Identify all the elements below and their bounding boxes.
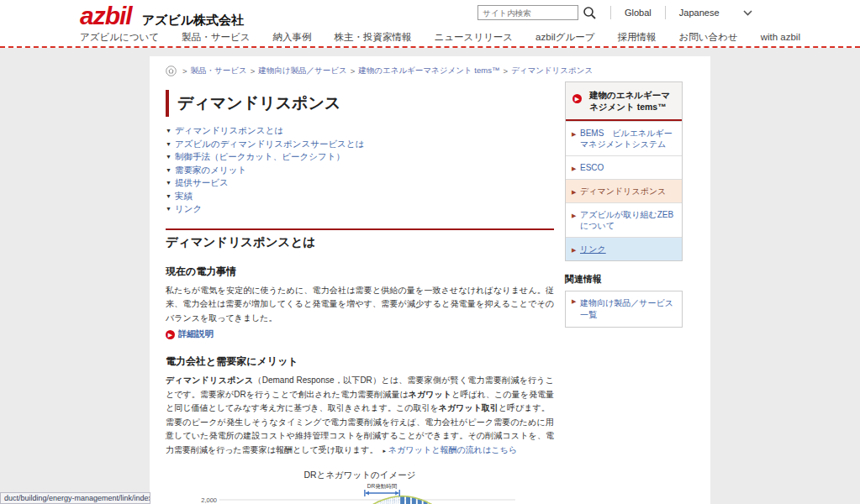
sidebar-item-label: ディマンドリスポンス — [580, 186, 666, 196]
sidebar-item[interactable]: ▶リンク — [566, 237, 682, 260]
divider — [665, 6, 666, 19]
paragraph-negawatt: 需要のピークが発生しそうなタイミングで電力需要削減を行えば、電力会社がピーク需要… — [166, 416, 554, 459]
sidebar-item[interactable]: ▶アズビルが取り組むZEBについて — [566, 202, 682, 237]
down-arrow-icon: ▼ — [166, 206, 171, 212]
subsection-heading-merit: 電力会社と需要家にメリット — [166, 354, 554, 369]
subsection-heading-power: 現在の電力事情 — [166, 265, 554, 279]
breadcrumb-link[interactable]: ディマンドリスポンス — [511, 66, 593, 76]
search-icon[interactable] — [583, 6, 597, 20]
main-column: ディマンドリスポンス ▼ディマンドリスポンスとは▼アズビルのディマンドリスポンス… — [166, 85, 554, 504]
demand-chart-block: DRとネガワットのイメージ 2,0001,500DR発動時間 — [166, 470, 554, 504]
related-link-label: 建物向け製品／サービス一覧 — [580, 298, 673, 319]
small-arrow-icon: ▶ — [572, 298, 576, 305]
paragraph-segment: と呼びます。 — [499, 403, 550, 412]
paragraph-current-power: 私たちが電気を安定的に使うために、電力会社は需要と供給の量を一致させなければなり… — [166, 284, 554, 326]
search-input[interactable] — [477, 5, 578, 20]
azbil-logo[interactable]: azbil — [80, 2, 132, 30]
paragraph-segment: ネガワット — [409, 390, 451, 399]
top-bar: azbil アズビル株式会社 Global Japanese — [0, 0, 860, 27]
nav-item[interactable]: 製品・サービス — [182, 31, 250, 44]
section-divider — [166, 228, 554, 230]
nav-item[interactable]: アズビルについて — [80, 31, 159, 44]
toc-item: ▼提供サービス — [166, 176, 554, 190]
category-title: 建物のエネルギーマネジメント tems™ — [589, 89, 675, 113]
detail-link[interactable]: 詳細説明 — [178, 328, 214, 340]
status-bar-url: duct/building/energy-management/link/ind… — [0, 492, 150, 504]
breadcrumb-link[interactable]: 建物向け製品／サービス — [258, 66, 346, 76]
toc-link[interactable]: アズビルのディマンドリスポンスサービスとは — [175, 139, 364, 149]
down-arrow-icon: ▼ — [166, 180, 171, 186]
site-header: azbil アズビル株式会社 Global Japanese アズビルについて製… — [0, 0, 860, 48]
section-heading: ディマンドリスポンスとは — [166, 234, 554, 250]
paragraph-segment: ネガワット取引 — [439, 403, 499, 412]
breadcrumb-separator: > — [182, 66, 187, 76]
small-arrow-icon: ▶ — [572, 163, 576, 174]
breadcrumb-link[interactable]: 製品・サービス — [191, 66, 247, 76]
related-heading: 関連情報 — [565, 273, 683, 286]
nav-item[interactable]: ニュースリリース — [434, 31, 513, 44]
language-label: Japanese — [679, 8, 720, 18]
down-arrow-icon: ▼ — [166, 128, 171, 134]
sidebar-item[interactable]: ▶ESCO — [566, 155, 682, 179]
global-link[interactable]: Global — [625, 8, 652, 18]
detail-link-row: ▶ 詳細説明 — [166, 328, 554, 340]
breadcrumb-separator: > — [503, 66, 508, 76]
category-items: ▶BEMS ビルエネルギーマネジメントシステム▶ESCO▶ディマンドリスポンス▶… — [566, 121, 682, 260]
toc-item: ▼制御手法（ピークカット、ピークシフト） — [166, 150, 554, 164]
breadcrumb-link[interactable]: 建物のエネルギーマネジメント tems™ — [358, 66, 499, 76]
sidebar-item-label: ESCO — [580, 163, 604, 172]
nav-item[interactable]: お問い合わせ — [679, 31, 738, 44]
chart-title: DRとネガワットのイメージ — [166, 470, 554, 481]
red-arrow-icon: ▶ — [166, 330, 175, 339]
logo-link[interactable]: azbil アズビル株式会社 — [80, 2, 244, 30]
nav-item[interactable]: 納入事例 — [272, 31, 311, 44]
related-box: ▶建物向け製品／サービス一覧 — [565, 291, 683, 328]
small-arrow-icon: ▶ — [572, 244, 576, 255]
paragraph-segment: ディマンドリスポンス — [166, 375, 254, 385]
paragraph-dr-merit: ディマンドリスポンス（Demand Response，以下DR）とは、需要家側が… — [166, 374, 554, 416]
toc-link[interactable]: ディマンドリスポンスとは — [175, 125, 283, 135]
toc-item: ▼リンク — [166, 202, 554, 216]
home-icon[interactable] — [166, 66, 177, 76]
small-arrow-icon: ▸ — [383, 448, 387, 454]
sidebar: ▶ 建物のエネルギーマネジメント tems™ ▶BEMS ビルエネルギーマネジメ… — [565, 81, 683, 328]
toc-link[interactable]: 提供サービス — [175, 177, 229, 187]
company-name: アズビル株式会社 — [142, 13, 244, 29]
nav-item[interactable]: with azbil — [761, 32, 800, 42]
language-selector[interactable]: Japanese — [679, 8, 752, 18]
small-arrow-icon: ▶ — [572, 186, 576, 197]
category-box: ▶ 建物のエネルギーマネジメント tems™ ▶BEMS ビルエネルギーマネジメ… — [565, 81, 683, 261]
sidebar-item[interactable]: ▶ディマンドリスポンス — [566, 179, 682, 202]
sidebar-item-label: BEMS ビルエネルギーマネジメントシステム — [580, 129, 673, 149]
sidebar-item-label: リンク — [580, 244, 606, 254]
category-header[interactable]: ▶ 建物のエネルギーマネジメント tems™ — [566, 82, 682, 121]
toc-link[interactable]: 実績 — [175, 191, 193, 201]
chart-annotation: DR発動時間 — [367, 483, 397, 490]
down-arrow-icon: ▼ — [166, 193, 171, 199]
toc-link[interactable]: 需要家のメリット — [175, 165, 246, 175]
dr-negawatt-chart: 2,0001,500DR発動時間 — [196, 483, 524, 504]
sidebar-item[interactable]: ▶BEMS ビルエネルギーマネジメントシステム — [566, 121, 682, 155]
toc-link[interactable]: リンク — [175, 203, 202, 213]
breadcrumb-separator: > — [251, 66, 256, 76]
toc-item: ▼実績 — [166, 190, 554, 203]
down-arrow-icon: ▼ — [166, 154, 171, 160]
breadcrumb: >製品・サービス>建物向け製品／サービス>建物のエネルギーマネジメント tems… — [166, 66, 593, 76]
nav-item[interactable]: azbilグループ — [536, 31, 594, 44]
nav-item[interactable]: 株主・投資家情報 — [334, 31, 411, 44]
related-link[interactable]: ▶建物向け製品／サービス一覧 — [566, 291, 682, 327]
divider — [610, 6, 611, 19]
page-title: ディマンドリスポンス — [166, 90, 554, 117]
toc-item: ▼ディマンドリスポンスとは — [166, 124, 554, 138]
negawatt-flow-link[interactable]: ネガワットと報酬の流れはこちら — [388, 445, 517, 454]
header-utility: Global Japanese — [477, 5, 752, 20]
toc-link[interactable]: 制御手法（ピークカット、ピークシフト） — [175, 151, 345, 161]
down-arrow-icon: ▼ — [166, 141, 171, 147]
breadcrumb-separator: > — [351, 66, 356, 76]
red-arrow-icon: ▶ — [572, 94, 582, 103]
down-arrow-icon: ▼ — [166, 167, 171, 173]
nav-item[interactable]: 採用情報 — [618, 31, 657, 44]
svg-text:2,000: 2,000 — [201, 496, 217, 504]
content-wrapper: >製品・サービス>建物向け製品／サービス>建物のエネルギーマネジメント tems… — [150, 56, 710, 504]
chevron-down-icon — [743, 10, 752, 16]
